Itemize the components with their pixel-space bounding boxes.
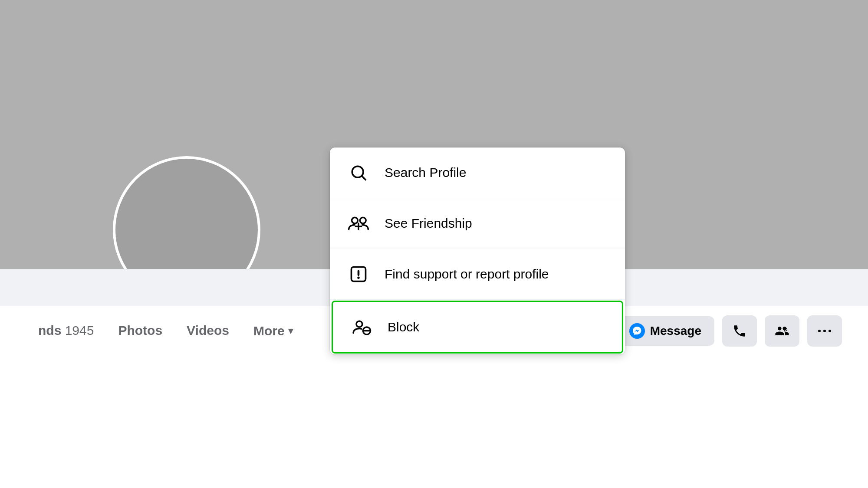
see-friendship-label: See Friendship <box>385 216 472 231</box>
svg-point-13 <box>356 321 362 327</box>
nav-friends-count: 1945 <box>65 323 94 337</box>
messenger-icon <box>629 323 645 339</box>
svg-point-1 <box>818 330 821 332</box>
svg-point-2 <box>823 330 826 332</box>
dropdown-report[interactable]: Find support or report profile <box>330 249 625 300</box>
svg-point-3 <box>829 330 831 332</box>
nav-videos[interactable]: Videos <box>174 314 241 348</box>
nav-friends[interactable]: nds 1945 <box>26 314 106 348</box>
message-button[interactable]: Message <box>616 316 714 346</box>
svg-point-6 <box>352 217 358 223</box>
action-buttons: Message <box>616 315 842 347</box>
friend-check-button[interactable] <box>765 315 799 347</box>
block-icon <box>349 314 375 340</box>
message-label: Message <box>650 324 701 338</box>
svg-point-7 <box>360 217 366 223</box>
nav-more[interactable]: More ▾ <box>241 315 305 347</box>
nav-more-label: More <box>253 324 285 338</box>
search-profile-label: Search Profile <box>385 165 466 180</box>
search-icon <box>345 160 372 186</box>
report-label: Find support or report profile <box>385 267 549 282</box>
phone-icon <box>732 324 747 338</box>
chevron-down-icon: ▾ <box>288 325 293 337</box>
dropdown-block[interactable]: Block <box>332 301 623 354</box>
svg-line-5 <box>362 176 365 180</box>
nav-friends-label: nds <box>38 323 61 337</box>
block-label: Block <box>388 320 419 334</box>
nav-photos[interactable]: Photos <box>106 314 174 348</box>
dropdown-menu: Search Profile See Friendship Find suppo… <box>330 147 625 354</box>
friend-check-icon <box>775 324 789 338</box>
svg-point-0 <box>629 323 645 339</box>
report-icon <box>345 261 372 287</box>
svg-point-12 <box>357 277 360 279</box>
more-dots-icon <box>818 329 831 333</box>
friendship-icon <box>345 210 372 236</box>
dropdown-see-friendship[interactable]: See Friendship <box>330 198 625 249</box>
more-options-button[interactable] <box>807 315 842 347</box>
dropdown-search-profile[interactable]: Search Profile <box>330 147 625 198</box>
phone-button[interactable] <box>722 315 757 347</box>
